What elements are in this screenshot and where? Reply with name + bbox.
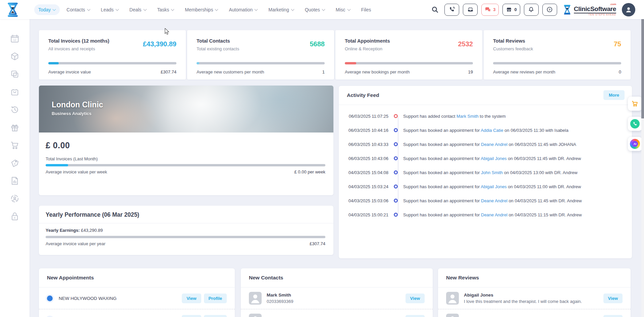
new-reviews-title: New Reviews [438,268,631,287]
nav-item-files[interactable]: Files [357,4,375,15]
stat-avg-label: Average new reviews per month [493,69,555,74]
last-month-label: Total Invoices (Last Month) [46,156,325,161]
contact-link[interactable]: Deane Andrel [481,212,507,217]
clinicsoftware-logo[interactable]: .com ClinicSoftware TEN STEPS AHEAD [563,3,616,16]
contact-link[interactable]: Deane Andrel [481,198,507,203]
view-button[interactable]: View [603,315,623,317]
lock-icon[interactable] [10,212,19,221]
timeline-ring-icon [394,184,398,189]
floating-ai-button[interactable]: AI [628,137,642,151]
inbox-button[interactable] [463,4,478,16]
nav-item-memberships[interactable]: Memberships [181,4,222,15]
profile-button[interactable]: Profile [204,315,227,317]
calendar-date-icon[interactable]: 12 [10,34,19,43]
question-circle-icon: ? [546,6,553,13]
yearly-performance-card: Yearly Performance (06 Mar 2025) Yearly … [39,206,333,255]
contact-link[interactable]: Deane Andrel [481,142,507,147]
user-status-icon[interactable] [10,194,19,203]
contact-link[interactable]: Addia Catie [481,128,503,133]
report-chart-icon[interactable] [10,176,19,186]
profile-button[interactable]: Profile [204,294,227,303]
ai-icon: AI [630,139,640,149]
view-button[interactable]: View [182,315,201,317]
yearly-earnings: Yearly Earnings: £43,290.89 [46,228,325,233]
stat-card-total-appointments: Total Appointments Online & Reception 25… [335,30,482,80]
new-contacts-title: New Contacts [241,268,433,287]
user-avatar[interactable] [622,3,635,16]
activity-entry: 04/03/2025 15:03:06 Support has booked a… [339,194,632,208]
nav-label: Files [361,7,371,12]
floating-call-button[interactable] [628,117,642,131]
stat-card-total-reviews: Total Reviews Customers feedback 75 Aver… [484,30,631,80]
contact-link[interactable]: Abigail Jones [481,156,506,161]
app-logo-hourglass-icon[interactable] [5,2,20,17]
nav-item-automation[interactable]: Automation [225,4,262,15]
shopping-cart-icon[interactable] [10,141,19,150]
view-button[interactable]: View [603,294,623,303]
nav-item-deals[interactable]: Deals [125,4,151,15]
more-button[interactable]: More [603,90,625,100]
appointment-label: NEW HOLYWOOD WAXING [59,296,178,301]
clinic-photo: London Clinic Business Analytics [39,86,333,133]
topbar-actions: 3 0 ? [431,3,635,16]
package-cube-icon[interactable] [10,52,19,61]
stat-avg-value: 19 [468,69,473,74]
contact-link[interactable]: Abigail Jones [481,184,506,189]
nav-item-leads[interactable]: Leads [97,4,123,15]
chevron-down-icon [87,7,90,10]
reviewer-avatar [446,314,459,317]
contact-link[interactable]: John Smith [481,170,503,175]
nav-item-tasks[interactable]: Tasks [153,4,178,15]
nav-item-contacts[interactable]: Contacts [62,4,94,15]
nav-item-marketing[interactable]: Marketing [264,4,298,15]
chevron-down-icon [116,7,119,10]
notifications-button[interactable] [524,4,539,16]
view-button[interactable]: View [182,294,201,303]
activity-entry: 06/03/2025 11:07:25 Support has added co… [339,109,632,123]
nav-label: Deals [129,7,142,12]
view-button[interactable]: View [406,294,425,303]
activity-time: 06/03/2025 10:44:16 [339,128,388,133]
store-button[interactable]: 0 [502,4,520,16]
chevron-down-icon [144,7,147,10]
search-icon[interactable] [431,6,439,13]
stat-subtitle: Total existing contacts [197,46,325,51]
view-button[interactable]: View [406,315,425,317]
stat-value: 5688 [310,40,325,48]
nav-item-misc[interactable]: Misc [332,4,355,15]
gift-icon[interactable] [10,123,19,132]
timeline-ring-icon [394,142,398,146]
overlap-windows-icon[interactable] [10,69,19,79]
reviewer-avatar [446,292,459,305]
review-text: I love this treatment and the therapist.… [464,299,585,304]
nav-item-today[interactable]: Today [34,4,60,15]
chat-messages-button[interactable]: 3 [481,4,499,16]
nav-label: Today [38,7,51,12]
phone-dialer-button[interactable] [444,4,459,16]
price-tag-icon[interactable]: $ [10,158,19,168]
new-contacts-card: New Contacts Mark Smith 02033693369 View… [241,268,433,317]
stat-value: 75 [614,40,621,48]
person-icon [625,6,632,13]
activity-time: 06/03/2025 10:43:33 [339,142,388,147]
clinic-overview-card: London Clinic Business Analytics £ 0.00 … [39,86,333,195]
floating-cart-button[interactable] [628,97,642,111]
nav-item-quotes[interactable]: Quotes [301,4,329,15]
nav-label: Contacts [66,7,85,12]
svg-text:?: ? [549,8,551,11]
new-reviews-card: New Reviews Abigail Jones I love this tr… [438,268,631,317]
history-clock-icon[interactable] [10,105,19,114]
activity-feed-title: Activity Feed [347,92,379,98]
stat-avg-label: Average new customers per month [197,69,264,74]
help-button[interactable]: ? [542,4,557,16]
contact-link[interactable]: Mark Smith [457,114,479,119]
activity-text: Support has booked an appointment for Ab… [403,156,581,161]
timeline-ring-icon [394,128,398,132]
last-month-amount: £ 0.00 [46,141,325,150]
stat-avg-value: 1 [322,69,325,74]
nav-label: Marketing [268,7,289,12]
scrollbar-thumb[interactable] [641,19,644,118]
contact-avatar [249,292,262,305]
basket-calendar-icon[interactable] [10,87,19,97]
yearly-earnings-label: Yearly Earnings: [46,228,80,233]
